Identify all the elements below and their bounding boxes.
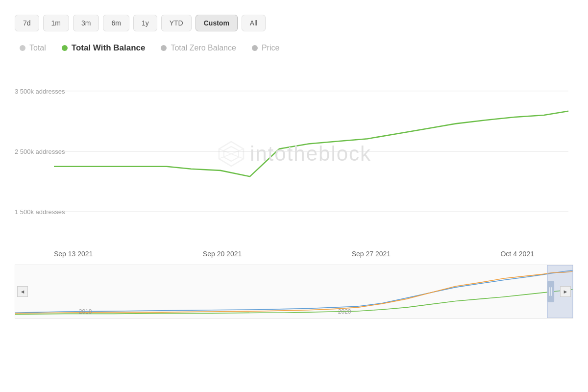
btn-7d[interactable]: 7d [15, 15, 39, 31]
svg-text:2020: 2020 [338, 308, 351, 316]
time-range-selector: 7d 1m 3m 6m 1y YTD Custom All [15, 15, 573, 31]
chart-svg: 3 500k addresses 2 500k addresses 1 500k… [15, 61, 573, 247]
x-label-sep27: Sep 27 2021 [352, 250, 391, 258]
legend-dot-price [252, 45, 258, 51]
svg-text:2 500k addresses: 2 500k addresses [15, 148, 65, 155]
btn-3m[interactable]: 3m [73, 15, 99, 31]
legend-total-with-balance[interactable]: Total With Balance [62, 43, 146, 53]
legend-dot-total-zero-balance [161, 45, 167, 51]
btn-ytd[interactable]: YTD [161, 15, 192, 31]
navigator[interactable]: 2018 2020 ◄ ► [15, 265, 573, 318]
legend-dot-total [20, 45, 25, 51]
x-label-sep20: Sep 20 2021 [203, 250, 242, 258]
x-label-oct4: Oct 4 2021 [500, 250, 534, 258]
nav-left-arrow[interactable]: ◄ [17, 286, 28, 297]
navigator-svg: 2018 2020 [15, 265, 573, 318]
legend-dot-total-with-balance [62, 45, 68, 51]
x-label-sep13: Sep 13 2021 [54, 250, 93, 258]
main-container: 7d 1m 3m 6m 1y YTD Custom All Total Tota… [0, 0, 588, 392]
legend-price[interactable]: Price [252, 44, 279, 52]
svg-text:1 500k addresses: 1 500k addresses [15, 208, 65, 216]
btn-1m[interactable]: 1m [43, 15, 69, 31]
legend-total-zero-balance[interactable]: Total Zero Balance [161, 44, 236, 52]
legend-label-price: Price [262, 44, 279, 52]
legend-label-total: Total [29, 44, 46, 52]
legend-label-total-zero-balance: Total Zero Balance [171, 44, 236, 52]
btn-1y[interactable]: 1y [133, 15, 157, 31]
nav-right-arrow[interactable]: ► [560, 286, 571, 297]
btn-custom[interactable]: Custom [196, 15, 238, 31]
svg-rect-14 [547, 281, 554, 302]
main-chart: 3 500k addresses 2 500k addresses 1 500k… [15, 61, 573, 247]
btn-all[interactable]: All [242, 15, 266, 31]
legend-label-total-with-balance: Total With Balance [72, 43, 146, 53]
legend-total[interactable]: Total [20, 44, 46, 52]
chart-legend: Total Total With Balance Total Zero Bala… [15, 43, 573, 53]
svg-text:3 500k addresses: 3 500k addresses [15, 88, 65, 95]
x-axis: Sep 13 2021 Sep 20 2021 Sep 27 2021 Oct … [15, 247, 573, 261]
btn-6m[interactable]: 6m [103, 15, 129, 31]
svg-text:2018: 2018 [79, 308, 92, 316]
